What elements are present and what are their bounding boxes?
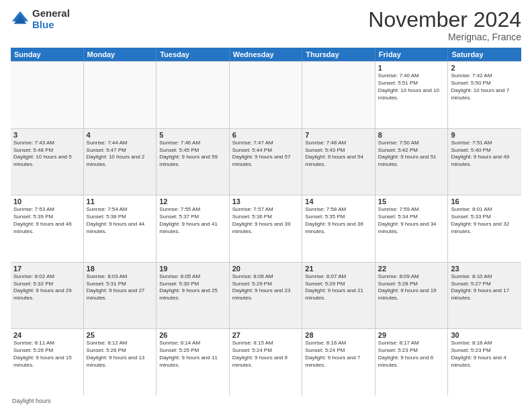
day-number: 27	[232, 331, 300, 339]
cell-info: Sunrise: 8:11 AM Sunset: 5:26 PM Dayligh…	[13, 340, 81, 369]
calendar-cell	[302, 62, 375, 128]
cell-info: Sunrise: 7:46 AM Sunset: 5:45 PM Dayligh…	[159, 140, 226, 169]
cell-info: Sunrise: 7:57 AM Sunset: 5:36 PM Dayligh…	[232, 206, 300, 235]
day-number: 23	[451, 265, 519, 273]
daylight-label: Daylight hours	[12, 398, 51, 404]
footer-note: Daylight hours	[11, 398, 521, 404]
calendar: SundayMondayTuesdayWednesdayThursdayFrid…	[11, 48, 521, 396]
calendar-cell: 24Sunrise: 8:11 AM Sunset: 5:26 PM Dayli…	[11, 329, 84, 396]
calendar-cell	[84, 62, 157, 128]
day-number: 15	[378, 197, 445, 205]
cell-info: Sunrise: 8:03 AM Sunset: 5:31 PM Dayligh…	[87, 273, 154, 302]
weekday-header-tuesday: Tuesday	[157, 48, 230, 61]
day-number: 11	[87, 197, 154, 205]
cell-info: Sunrise: 7:59 AM Sunset: 5:34 PM Dayligh…	[378, 206, 445, 235]
calendar-cell: 20Sunrise: 8:06 AM Sunset: 5:29 PM Dayli…	[230, 263, 303, 329]
calendar-cell: 9Sunrise: 7:51 AM Sunset: 5:40 PM Daylig…	[448, 129, 521, 195]
day-number: 8	[378, 131, 445, 139]
calendar-cell: 26Sunrise: 8:14 AM Sunset: 5:25 PM Dayli…	[157, 329, 230, 396]
cell-info: Sunrise: 7:44 AM Sunset: 5:47 PM Dayligh…	[87, 140, 154, 169]
calendar-body: 1Sunrise: 7:40 AM Sunset: 5:51 PM Daylig…	[11, 61, 521, 396]
calendar-cell: 19Sunrise: 8:05 AM Sunset: 5:30 PM Dayli…	[157, 263, 230, 329]
day-number: 25	[87, 331, 154, 339]
cell-info: Sunrise: 8:10 AM Sunset: 5:27 PM Dayligh…	[451, 273, 519, 302]
logo: General Blue	[11, 8, 70, 30]
day-number: 5	[159, 131, 226, 139]
cell-info: Sunrise: 7:50 AM Sunset: 5:42 PM Dayligh…	[378, 140, 445, 169]
day-number: 4	[87, 131, 154, 139]
calendar-cell: 17Sunrise: 8:02 AM Sunset: 5:32 PM Dayli…	[11, 263, 84, 329]
calendar-cell: 23Sunrise: 8:10 AM Sunset: 5:27 PM Dayli…	[448, 263, 521, 329]
calendar-cell: 7Sunrise: 7:48 AM Sunset: 5:43 PM Daylig…	[302, 129, 375, 195]
calendar-cell: 25Sunrise: 8:12 AM Sunset: 5:26 PM Dayli…	[84, 329, 157, 396]
cell-info: Sunrise: 7:48 AM Sunset: 5:43 PM Dayligh…	[305, 140, 372, 169]
day-number: 24	[13, 331, 81, 339]
calendar-cell: 2Sunrise: 7:42 AM Sunset: 5:50 PM Daylig…	[448, 62, 521, 128]
calendar-cell: 8Sunrise: 7:50 AM Sunset: 5:42 PM Daylig…	[375, 129, 449, 195]
day-number: 17	[13, 265, 81, 273]
calendar-cell	[157, 62, 230, 128]
calendar-cell: 22Sunrise: 8:09 AM Sunset: 5:28 PM Dayli…	[375, 263, 449, 329]
cell-info: Sunrise: 7:54 AM Sunset: 5:38 PM Dayligh…	[87, 206, 154, 235]
calendar-cell: 30Sunrise: 8:18 AM Sunset: 5:23 PM Dayli…	[448, 329, 521, 396]
calendar-row-3: 10Sunrise: 7:53 AM Sunset: 5:39 PM Dayli…	[11, 195, 521, 263]
calendar-cell	[11, 62, 84, 128]
logo-icon	[11, 10, 30, 29]
day-number: 26	[159, 331, 226, 339]
calendar-row-1: 1Sunrise: 7:40 AM Sunset: 5:51 PM Daylig…	[11, 61, 521, 129]
day-number: 19	[159, 265, 226, 273]
calendar-cell: 13Sunrise: 7:57 AM Sunset: 5:36 PM Dayli…	[230, 195, 303, 262]
cell-info: Sunrise: 8:06 AM Sunset: 5:29 PM Dayligh…	[232, 273, 300, 302]
calendar-cell: 29Sunrise: 8:17 AM Sunset: 5:23 PM Dayli…	[375, 329, 449, 396]
cell-info: Sunrise: 7:58 AM Sunset: 5:35 PM Dayligh…	[305, 206, 372, 235]
cell-info: Sunrise: 8:07 AM Sunset: 5:29 PM Dayligh…	[305, 273, 372, 302]
day-number: 2	[451, 64, 519, 72]
calendar-cell: 3Sunrise: 7:43 AM Sunset: 5:48 PM Daylig…	[11, 129, 84, 195]
cell-info: Sunrise: 8:16 AM Sunset: 5:24 PM Dayligh…	[305, 340, 372, 369]
day-number: 14	[305, 197, 372, 205]
calendar-cell: 18Sunrise: 8:03 AM Sunset: 5:31 PM Dayli…	[84, 263, 157, 329]
calendar-cell: 4Sunrise: 7:44 AM Sunset: 5:47 PM Daylig…	[84, 129, 157, 195]
cell-info: Sunrise: 8:01 AM Sunset: 5:33 PM Dayligh…	[451, 206, 519, 235]
cell-info: Sunrise: 7:53 AM Sunset: 5:39 PM Dayligh…	[13, 206, 81, 235]
month-title: November 2024	[368, 8, 521, 32]
weekday-header-thursday: Thursday	[302, 48, 375, 61]
day-number: 21	[305, 265, 372, 273]
cell-info: Sunrise: 7:43 AM Sunset: 5:48 PM Dayligh…	[13, 140, 81, 169]
cell-info: Sunrise: 8:17 AM Sunset: 5:23 PM Dayligh…	[378, 340, 445, 369]
logo-general-text: General	[32, 8, 70, 19]
logo-blue-text: Blue	[32, 19, 70, 31]
title-area: November 2024 Merignac, France	[368, 8, 521, 42]
calendar-cell: 15Sunrise: 7:59 AM Sunset: 5:34 PM Dayli…	[375, 195, 449, 262]
weekday-header-saturday: Saturday	[448, 48, 521, 61]
cell-info: Sunrise: 7:40 AM Sunset: 5:51 PM Dayligh…	[378, 73, 445, 101]
calendar-row-5: 24Sunrise: 8:11 AM Sunset: 5:26 PM Dayli…	[11, 329, 521, 396]
calendar-cell: 5Sunrise: 7:46 AM Sunset: 5:45 PM Daylig…	[157, 129, 230, 195]
weekday-header-friday: Friday	[375, 48, 449, 61]
calendar-header: SundayMondayTuesdayWednesdayThursdayFrid…	[11, 48, 521, 61]
calendar-cell	[230, 62, 303, 128]
calendar-row-2: 3Sunrise: 7:43 AM Sunset: 5:48 PM Daylig…	[11, 129, 521, 196]
cell-info: Sunrise: 8:14 AM Sunset: 5:25 PM Dayligh…	[159, 340, 226, 369]
day-number: 30	[451, 331, 519, 339]
cell-info: Sunrise: 7:42 AM Sunset: 5:50 PM Dayligh…	[451, 73, 519, 101]
calendar-row-4: 17Sunrise: 8:02 AM Sunset: 5:32 PM Dayli…	[11, 263, 521, 330]
day-number: 10	[13, 197, 81, 205]
weekday-header-sunday: Sunday	[11, 48, 84, 61]
cell-info: Sunrise: 8:02 AM Sunset: 5:32 PM Dayligh…	[13, 273, 81, 302]
cell-info: Sunrise: 8:12 AM Sunset: 5:26 PM Dayligh…	[87, 340, 154, 369]
day-number: 13	[232, 197, 300, 205]
cell-info: Sunrise: 7:55 AM Sunset: 5:37 PM Dayligh…	[159, 206, 226, 235]
cell-info: Sunrise: 7:47 AM Sunset: 5:44 PM Dayligh…	[232, 140, 300, 169]
calendar-cell: 28Sunrise: 8:16 AM Sunset: 5:24 PM Dayli…	[302, 329, 375, 396]
calendar-cell: 12Sunrise: 7:55 AM Sunset: 5:37 PM Dayli…	[157, 195, 230, 262]
calendar-cell: 1Sunrise: 7:40 AM Sunset: 5:51 PM Daylig…	[375, 62, 449, 128]
calendar-cell: 6Sunrise: 7:47 AM Sunset: 5:44 PM Daylig…	[230, 129, 303, 195]
day-number: 28	[305, 331, 372, 339]
weekday-header-wednesday: Wednesday	[230, 48, 303, 61]
calendar-cell: 21Sunrise: 8:07 AM Sunset: 5:29 PM Dayli…	[302, 263, 375, 329]
logo-text: General Blue	[32, 8, 70, 30]
day-number: 6	[232, 131, 300, 139]
location-subtitle: Merignac, France	[368, 32, 521, 42]
day-number: 12	[159, 197, 226, 205]
